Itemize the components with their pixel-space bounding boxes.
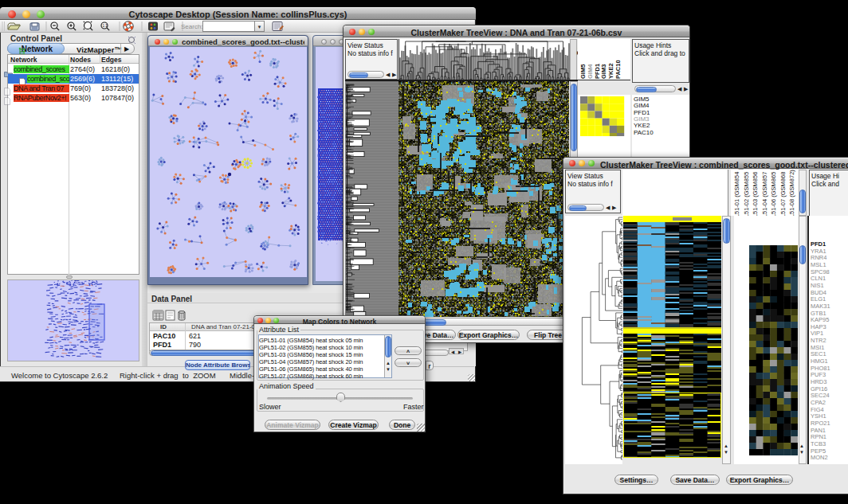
svg-text:1:1: 1:1 <box>103 24 108 28</box>
